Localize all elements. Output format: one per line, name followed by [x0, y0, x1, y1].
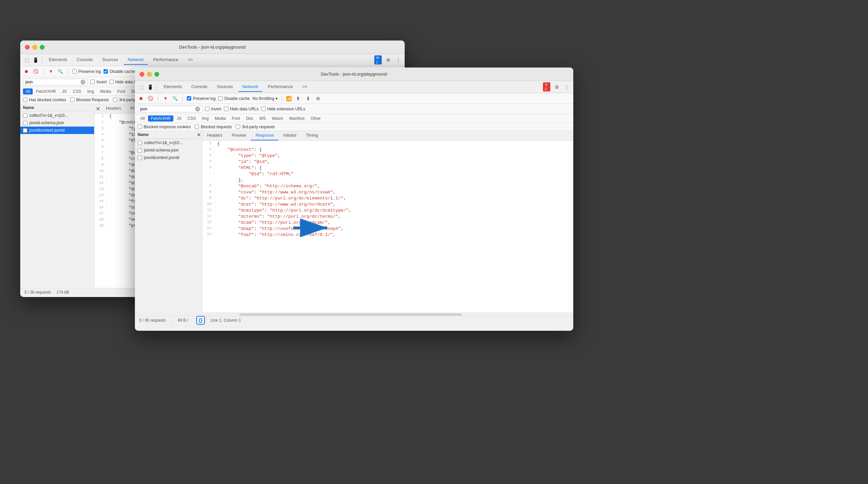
back-panel-close-btn[interactable]: ✕ — [94, 105, 101, 112]
back-blocked-requests-checkbox[interactable] — [70, 98, 75, 102]
front-panel-tab-response[interactable]: Response — [251, 131, 279, 140]
front-filter-other[interactable]: Other — [308, 115, 323, 122]
back-tab-performance[interactable]: Performance — [149, 55, 182, 65]
front-file-item-2[interactable]: jsonld-schema.json — [135, 146, 202, 154]
front-scrollbar[interactable] — [202, 313, 573, 316]
back-filter-img[interactable]: Img — [85, 88, 97, 95]
front-3rd-party-checkbox[interactable] — [236, 125, 240, 129]
front-filter-ws[interactable]: WS — [257, 115, 268, 122]
front-invert-label[interactable]: Invert — [205, 107, 221, 111]
back-record-btn[interactable]: ⏺ — [23, 68, 30, 75]
front-filter-all[interactable]: All — [138, 115, 147, 122]
front-tab-elements[interactable]: Elements — [160, 82, 186, 92]
back-file-item-2[interactable]: jsonld-schema.json — [20, 119, 94, 127]
back-minimize-button[interactable] — [32, 45, 37, 50]
front-hide-data-checkbox[interactable] — [224, 107, 228, 111]
front-disable-cache-checkbox[interactable] — [218, 96, 223, 101]
back-tab-sources[interactable]: Sources — [98, 55, 122, 65]
front-filter-doc[interactable]: Doc — [243, 115, 256, 122]
front-file-check-2[interactable] — [138, 148, 142, 153]
front-hide-ext-label[interactable]: Hide extension URLs — [261, 107, 306, 111]
back-preserve-log-label[interactable]: Preserve log — [72, 69, 101, 74]
front-upload-icon[interactable]: ⬆ — [294, 95, 302, 102]
front-filter-img[interactable]: Img — [199, 115, 211, 122]
back-search-icon[interactable]: 🔍 — [57, 68, 64, 75]
back-notification-icon[interactable]: ✉ 1 — [374, 56, 382, 64]
back-filter-font[interactable]: Font — [114, 88, 128, 95]
back-disable-cache-label[interactable]: Disable cache — [104, 69, 135, 74]
front-blocked-cookies-label[interactable]: Blocked response cookies — [138, 125, 191, 129]
back-tab-console[interactable]: Console — [73, 55, 97, 65]
back-preserve-log-checkbox[interactable] — [72, 69, 77, 74]
front-filter-icon[interactable]: ▼ — [162, 95, 169, 102]
back-file-item-1[interactable]: collect?v=1&_v=j10... — [20, 112, 94, 119]
front-more-icon[interactable]: ⋮ — [563, 83, 571, 91]
back-inspect-icon[interactable]: ⬚ — [23, 56, 30, 64]
front-minimize-button[interactable] — [147, 72, 152, 77]
back-panel-tab-headers[interactable]: Headers — [101, 104, 126, 113]
front-maximize-button[interactable] — [154, 72, 159, 77]
front-3rd-party-label[interactable]: 3rd-party requests — [236, 125, 274, 129]
back-tab-network[interactable]: Network — [124, 55, 148, 65]
front-record-btn[interactable]: ⏺ — [138, 95, 144, 102]
front-tab-performance[interactable]: Performance — [264, 82, 297, 92]
front-disable-cache-label[interactable]: Disable cache — [218, 96, 250, 101]
back-filter-js[interactable]: JS — [59, 88, 69, 95]
back-search-input[interactable] — [25, 80, 79, 84]
front-preserve-log-label[interactable]: Preserve log — [187, 96, 215, 101]
front-badge-icon[interactable]: ✕ 3 — [543, 83, 550, 91]
back-disable-cache-checkbox[interactable] — [104, 69, 108, 74]
back-maximize-button[interactable] — [40, 45, 45, 50]
front-file-check-3[interactable] — [138, 156, 142, 160]
front-settings-icon[interactable]: ⚙ — [553, 83, 560, 91]
back-filter-all[interactable]: All — [23, 88, 33, 95]
back-filter-css[interactable]: CSS — [70, 88, 84, 95]
back-blocked-cookies-label[interactable]: Has blocked cookies — [23, 98, 66, 102]
front-filter-manifest[interactable]: Manifest — [287, 115, 307, 122]
front-inspect-icon[interactable]: ⬚ — [138, 83, 145, 91]
front-clear-btn[interactable]: 🚫 — [147, 95, 154, 102]
back-device-icon[interactable]: 📱 — [32, 56, 39, 64]
front-filter-media[interactable]: Media — [212, 115, 229, 122]
front-throttle-select[interactable]: No throttling ▾ — [253, 96, 278, 101]
front-file-check-1[interactable] — [138, 141, 142, 145]
front-tab-more[interactable]: >> — [298, 82, 312, 92]
back-filter-media[interactable]: Media — [97, 88, 114, 95]
front-file-item-3[interactable]: jsonldcontext.jsonld — [135, 154, 202, 161]
front-file-item-1[interactable]: collect?v=1&_v=j10... — [135, 139, 202, 146]
back-close-button[interactable] — [25, 45, 30, 50]
back-filter-fetch[interactable]: Fetch/XHR — [33, 88, 59, 95]
back-3rd-party-checkbox[interactable] — [113, 98, 117, 102]
front-preserve-log-checkbox[interactable] — [187, 96, 191, 101]
back-file-check-2[interactable] — [23, 121, 27, 125]
back-tab-more[interactable]: >> — [184, 55, 197, 65]
back-hide-data-checkbox[interactable] — [109, 80, 114, 84]
front-clear-search-btn[interactable]: ✕ — [195, 107, 200, 111]
front-hide-ext-checkbox[interactable] — [261, 107, 266, 111]
front-blocked-requests-label[interactable]: Blocked requests — [195, 125, 232, 129]
front-panel-tab-initiator[interactable]: Initiator — [279, 131, 301, 140]
front-filter-font[interactable]: Font — [229, 115, 242, 122]
front-download-icon[interactable]: ⬇ — [305, 95, 312, 102]
front-search-icon[interactable]: 🔍 — [172, 95, 178, 102]
back-file-check-1[interactable] — [23, 113, 27, 118]
front-file-close-btn[interactable]: ✕ — [195, 132, 202, 138]
front-filter-wasm[interactable]: Wasm — [269, 115, 286, 122]
front-settings2-icon[interactable]: ⚙ — [315, 95, 322, 102]
back-tab-elements[interactable]: Elements — [45, 55, 71, 65]
front-tab-network[interactable]: Network — [238, 82, 263, 92]
front-panel-tab-headers[interactable]: Headers — [202, 131, 227, 140]
front-close-button[interactable] — [140, 72, 144, 77]
back-clear-search-btn[interactable]: ✕ — [81, 80, 85, 84]
front-code-panel[interactable]: 1 { 2 "@context": { 3 "type": "@type", 4… — [202, 141, 573, 313]
back-settings-icon[interactable]: ⚙ — [384, 56, 392, 64]
front-hide-data-label[interactable]: Hide data URLs — [224, 107, 259, 111]
front-pretty-print-btn[interactable]: {} — [196, 316, 205, 325]
front-filter-css[interactable]: CSS — [185, 115, 199, 122]
front-tab-sources[interactable]: Sources — [213, 82, 237, 92]
back-more-icon[interactable]: ⋮ — [395, 56, 402, 64]
back-clear-btn[interactable]: 🚫 — [32, 68, 39, 75]
front-panel-tab-preview[interactable]: Preview — [227, 131, 251, 140]
back-blocked-cookies-checkbox[interactable] — [23, 98, 27, 102]
back-filter-icon[interactable]: ▼ — [48, 68, 54, 75]
